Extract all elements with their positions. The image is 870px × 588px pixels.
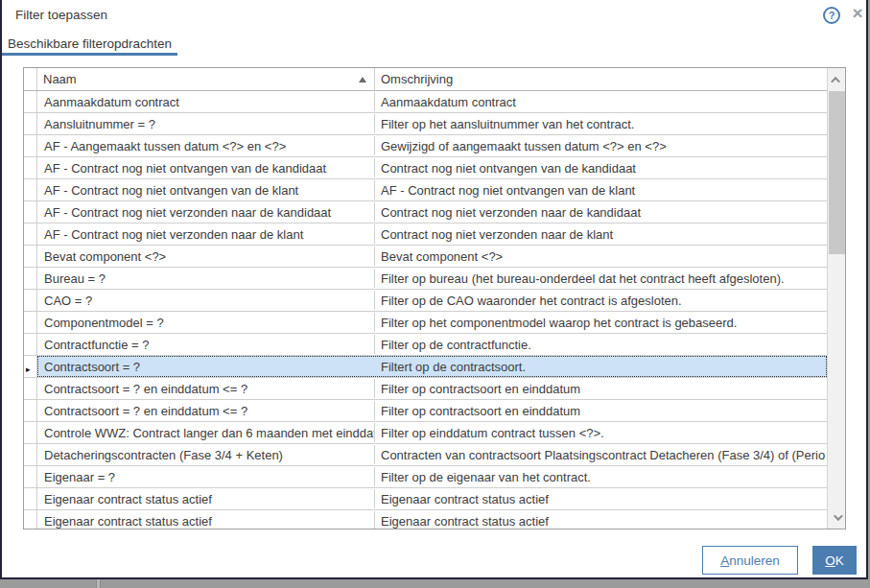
row-content[interactable]: Contractsoort = ? en einddatum <= ?Filte… [37, 400, 827, 421]
row-gutter-cell [24, 223, 37, 245]
row-description-cell[interactable]: Gewijzigd of aangemaakt tussen datum <?>… [375, 136, 826, 155]
row-content[interactable]: Aansluitnummer = ?Filter op het aansluit… [37, 113, 827, 134]
ok-button[interactable]: OK [812, 546, 857, 575]
row-name-cell[interactable]: Contractfunctie = ? [38, 335, 375, 354]
cancel-button[interactable]: Annuleren [702, 546, 798, 575]
row-description-cell[interactable]: Filter op het aansluitnummer van het con… [375, 114, 826, 133]
chevron-up-icon [831, 76, 840, 85]
row-description-cell[interactable]: Contract nog niet ontvangen van de kandi… [375, 158, 826, 177]
current-row-arrow-icon: ▸ [26, 360, 31, 377]
table-row[interactable]: Contractsoort = ? en einddatum <= ?Filte… [24, 378, 827, 400]
row-description-cell[interactable]: Filter op de eigenaar van het contract. [375, 467, 826, 486]
row-content[interactable]: CAO = ?Filter op de CAO waaronder het co… [37, 290, 827, 311]
row-description-cell[interactable]: Contract nog niet verzonden naar de klan… [375, 224, 826, 244]
row-content[interactable]: Aanmaakdatum contractAanmaakdatum contra… [37, 91, 827, 112]
table-row[interactable]: Aanmaakdatum contractAanmaakdatum contra… [24, 91, 827, 113]
table-row[interactable]: CAO = ?Filter op de CAO waaronder het co… [24, 290, 827, 312]
row-content[interactable]: Contractfunctie = ?Filter op de contract… [37, 334, 827, 355]
row-content[interactable]: Eigenaar = ?Filter op de eigenaar van he… [37, 466, 827, 487]
header-gutter-cell [24, 68, 37, 90]
row-content[interactable]: Detacheringscontracten (Fase 3/4 + Keten… [37, 444, 827, 465]
row-name-cell[interactable]: AF - Contract nog niet verzonden naar de… [38, 202, 375, 222]
row-description-cell[interactable]: Filter op de CAO waaronder het contract … [375, 291, 826, 310]
row-name-cell[interactable]: CAO = ? [38, 291, 375, 310]
row-content[interactable]: Bevat component <?>Bevat component <?> [37, 246, 827, 267]
row-content[interactable]: AF - Aangemaakt tussen datum <?> en <?>G… [37, 135, 827, 156]
row-name-cell[interactable]: Contractsoort = ? [38, 357, 375, 376]
row-content[interactable]: Componentmodel = ?Filter op het componen… [37, 312, 827, 333]
row-name-cell[interactable]: Componentmodel = ? [38, 313, 375, 332]
table-row[interactable]: Contractsoort = ? en einddatum <= ?Filte… [24, 400, 827, 422]
table-row[interactable]: AF - Contract nog niet verzonden naar de… [24, 201, 827, 223]
table-row[interactable]: Controle WWZ: Contract langer dan 6 maan… [24, 422, 827, 444]
row-description-cell[interactable]: Filter op contractsoort en einddatum [375, 401, 826, 420]
table-row[interactable]: Bureau = ?Filter op bureau (het bureau-o… [24, 268, 827, 290]
row-description-cell[interactable]: Filter op de contractfunctie. [375, 335, 826, 354]
row-gutter-cell [24, 378, 37, 399]
row-name-cell[interactable]: Contractsoort = ? en einddatum <= ? [38, 401, 375, 420]
table-row[interactable]: Aansluitnummer = ?Filter op het aansluit… [24, 113, 827, 135]
row-name-cell[interactable]: Aanmaakdatum contract [38, 92, 375, 111]
row-description-cell[interactable]: Filter op bureau (het bureau-onderdeel d… [375, 269, 826, 288]
table-row[interactable]: AF - Contract nog niet verzonden naar de… [24, 223, 827, 246]
row-gutter-cell [24, 135, 37, 156]
row-description-cell[interactable]: Bevat component <?> [375, 247, 826, 266]
table-row[interactable]: Contractfunctie = ?Filter op de contract… [24, 334, 827, 356]
table-row[interactable]: Eigenaar contract status actiefEigenaar … [24, 488, 827, 510]
table-row[interactable]: Eigenaar contract status actiefEigenaar … [24, 510, 827, 529]
row-gutter-cell [24, 179, 37, 200]
row-content[interactable]: Contractsoort = ? en einddatum <= ?Filte… [37, 378, 827, 399]
row-description-cell[interactable]: Eigenaar contract status actief [375, 489, 826, 508]
table-row[interactable]: Bevat component <?>Bevat component <?> [24, 246, 827, 268]
row-content[interactable]: AF - Contract nog niet verzonden naar de… [37, 201, 827, 223]
table-row[interactable]: ▸Contractsoort = ?Filtert op de contract… [24, 356, 827, 378]
row-name-cell[interactable]: AF - Contract nog niet ontvangen van de … [38, 158, 375, 177]
table-row[interactable]: AF - Aangemaakt tussen datum <?> en <?>G… [24, 135, 827, 157]
row-content[interactable]: AF - Contract nog niet ontvangen van de … [37, 179, 827, 200]
row-content[interactable]: Eigenaar contract status actiefEigenaar … [37, 510, 827, 529]
close-icon[interactable]: × [849, 3, 866, 24]
row-content[interactable]: AF - Contract nog niet verzonden naar de… [37, 223, 827, 245]
table-row[interactable]: AF - Contract nog niet ontvangen van de … [24, 179, 827, 201]
scroll-up-button[interactable] [828, 68, 845, 91]
scrollbar-thumb[interactable] [829, 91, 845, 254]
help-icon[interactable]: ? [823, 7, 840, 24]
row-gutter-cell [24, 488, 37, 509]
table-row[interactable]: AF - Contract nog niet ontvangen van de … [24, 157, 827, 179]
row-description-cell[interactable]: Filter op contractsoort en einddatum [375, 379, 826, 398]
row-content[interactable]: Eigenaar contract status actiefEigenaar … [37, 488, 827, 509]
row-name-cell[interactable]: Aansluitnummer = ? [38, 114, 375, 133]
table-row[interactable]: Componentmodel = ?Filter op het componen… [24, 312, 827, 334]
row-name-cell[interactable]: AF - Contract nog niet ontvangen van de … [38, 180, 375, 200]
row-description-cell[interactable]: Contracten van contractsoort Plaatsingsc… [375, 445, 826, 464]
row-name-cell[interactable]: Eigenaar contract status actief [38, 489, 375, 508]
table-row[interactable]: Eigenaar = ?Filter op de eigenaar van he… [24, 466, 827, 488]
column-header-omschrijving[interactable]: Omschrijving [375, 68, 845, 90]
row-content[interactable]: Bureau = ?Filter op bureau (het bureau-o… [37, 268, 827, 289]
row-description-cell[interactable]: AF - Contract nog niet ontvangen van de … [375, 180, 826, 200]
cancel-access-key: A [720, 553, 729, 568]
column-header-naam[interactable]: Naam [37, 68, 375, 90]
row-content[interactable]: AF - Contract nog niet ontvangen van de … [37, 157, 827, 178]
table-row[interactable]: Detacheringscontracten (Fase 3/4 + Keten… [24, 444, 827, 466]
row-name-cell[interactable]: Controle WWZ: Contract langer dan 6 maan… [38, 423, 375, 442]
row-description-cell[interactable]: Filter op het componentmodel waarop het … [375, 313, 826, 332]
row-name-cell[interactable]: Bevat component <?> [38, 247, 375, 266]
scroll-down-button[interactable] [828, 506, 845, 529]
row-gutter-cell [24, 157, 37, 178]
row-name-cell[interactable]: Contractsoort = ? en einddatum <= ? [38, 379, 375, 398]
row-name-cell[interactable]: Eigenaar contract status actief [38, 511, 375, 529]
row-description-cell[interactable]: Eigenaar contract status actief [375, 511, 826, 529]
row-description-cell[interactable]: Filtert op de contractsoort. [375, 357, 826, 376]
row-description-cell[interactable]: Aanmaakdatum contract [375, 92, 826, 111]
row-name-cell[interactable]: Eigenaar = ? [38, 467, 375, 486]
row-name-cell[interactable]: Detacheringscontracten (Fase 3/4 + Keten… [38, 445, 375, 464]
row-content[interactable]: Controle WWZ: Contract langer dan 6 maan… [37, 422, 827, 443]
row-description-cell[interactable]: Filter op einddatum contract tussen <?>. [375, 423, 826, 442]
row-content[interactable]: Contractsoort = ?Filtert op de contracts… [37, 356, 827, 377]
row-name-cell[interactable]: Bureau = ? [38, 269, 375, 288]
row-description-cell[interactable]: Contract nog niet verzonden naar de kand… [375, 202, 826, 222]
row-name-cell[interactable]: AF - Aangemaakt tussen datum <?> en <?> [38, 136, 375, 155]
vertical-scrollbar[interactable] [827, 68, 845, 529]
row-name-cell[interactable]: AF - Contract nog niet verzonden naar de… [38, 224, 375, 244]
